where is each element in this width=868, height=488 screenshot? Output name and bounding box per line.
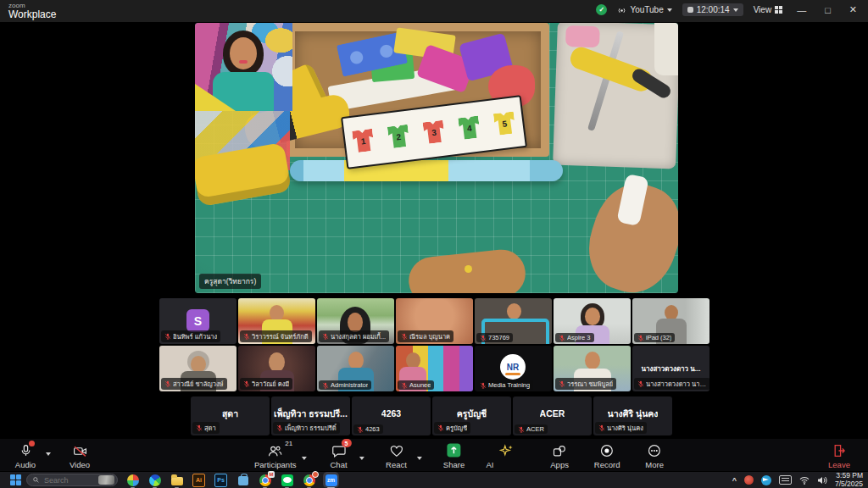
- presenter-lips: [239, 60, 248, 64]
- media-training-logo: NR: [500, 354, 526, 380]
- photos-app-icon[interactable]: [126, 474, 139, 486]
- participant-name-tag: Asunee: [398, 380, 434, 390]
- chrome-gmail-icon[interactable]: M: [259, 474, 271, 486]
- main-speaker-video[interactable]: 1 2 3 4 5 ครูสุดา(วิทยากร): [195, 23, 678, 293]
- more-icon: [648, 444, 661, 458]
- mic-muted-icon: [276, 424, 283, 431]
- participant-tile[interactable]: นางศิริ นุ่นคง นางศิริ นุ่นคง: [593, 396, 672, 435]
- taskbar-clock[interactable]: 3:59 PM 7/5/2025: [835, 472, 863, 488]
- participants-label: Participants: [254, 460, 297, 469]
- participant-tile[interactable]: นางสกุลตา ผอมเกื้...: [317, 298, 394, 344]
- participant-tile[interactable]: Administrator: [317, 346, 394, 391]
- participant-tile[interactable]: สาวณีย์ ชาลัญวงษ์: [159, 346, 236, 391]
- white-cloth: [654, 23, 678, 75]
- audio-alert-badge: [29, 441, 35, 446]
- participant-tile[interactable]: iPad (32): [632, 298, 709, 344]
- participant-tile[interactable]: 735769: [475, 298, 552, 344]
- participant-display-name: 4263: [381, 408, 401, 424]
- tray-app-icon[interactable]: [744, 475, 754, 485]
- participant-tile[interactable]: NR Media Training: [475, 346, 552, 391]
- participant-name-tag: วิลาวัณย์ คงมี: [240, 378, 292, 390]
- wifi-icon[interactable]: [799, 476, 810, 485]
- illustrator-app-icon[interactable]: Ai: [192, 474, 205, 486]
- start-button-icon[interactable]: [10, 474, 21, 485]
- broadcast-icon: [617, 5, 626, 14]
- photoshop-app-icon[interactable]: Ps: [214, 474, 227, 486]
- leave-icon: [832, 444, 846, 458]
- zoom-title-bar: zoom Workplace ✓ YouTube 12:00:14 View —…: [0, 0, 868, 22]
- react-label: React: [386, 460, 407, 469]
- share-screen-icon: [447, 443, 461, 458]
- presenter-pip-video[interactable]: [195, 23, 292, 111]
- react-options-caret[interactable]: [417, 457, 422, 460]
- security-shield-icon[interactable]: ✓: [596, 4, 607, 15]
- mic-muted-icon: [637, 335, 644, 341]
- mic-muted-icon: [357, 426, 364, 433]
- participant-tile[interactable]: วรรณา ชมพิบูลย์: [554, 346, 631, 391]
- video-button[interactable]: Video: [64, 443, 95, 469]
- recording-timer[interactable]: 12:00:14: [682, 3, 743, 16]
- participant-name-tag: ACER: [515, 424, 548, 434]
- participant-tile[interactable]: 4263 4263: [352, 396, 431, 435]
- taskbar-search[interactable]: [26, 474, 118, 486]
- mic-muted-icon: [196, 424, 203, 431]
- participants-options-caret[interactable]: [302, 457, 307, 460]
- clock-date: 7/5/2025: [835, 480, 863, 488]
- gallery-row-2: สาวณีย์ ชาลัญวงษ์ วิลาวัณย์ คงมี Adminis…: [159, 346, 709, 391]
- participant-name-tag: นางสาวดวงดาว นาคิ...: [634, 378, 709, 390]
- participant-name-tag: วรรณา ชมพิบูลย์: [555, 378, 616, 390]
- participant-tile[interactable]: เพ็ญทิวา ธรรมปรี... เพ็ญทิวา ธรรมปรีดิ์: [271, 396, 350, 435]
- shirt-4: 4: [458, 116, 481, 141]
- microsoft-store-icon[interactable]: [236, 474, 249, 486]
- participant-name-tag: นางสกุลตา ผอมเกื้...: [319, 330, 389, 342]
- participant-tile[interactable]: Asunee: [396, 346, 473, 391]
- participant-name-tag: สาวณีย์ ชาลัญวงษ์: [161, 378, 227, 390]
- gallery-row-3: สุดา สุดา เพ็ญทิวา ธรรมปรี... เพ็ญทิวา ธ…: [191, 396, 672, 435]
- apps-icon: [553, 445, 566, 458]
- chevron-down-icon: [733, 8, 738, 12]
- audio-button[interactable]: Audio: [10, 443, 41, 469]
- keyboard-layout-icon[interactable]: [779, 475, 792, 485]
- participant-name-tag: Media Training: [476, 380, 533, 390]
- apps-label: Apps: [550, 460, 569, 469]
- view-button[interactable]: View: [754, 5, 783, 14]
- window-maximize-button[interactable]: □: [821, 5, 835, 15]
- tray-chevron-icon[interactable]: ^: [732, 476, 737, 485]
- participant-tile[interactable]: วิราวรรณ์ จันทร์ภักดี: [238, 298, 315, 344]
- windows-taskbar: Ai Ps M zm ^ 3:59 PM 7/5/2025: [0, 471, 868, 488]
- leave-button[interactable]: Leave: [824, 443, 854, 469]
- mic-muted-icon: [243, 380, 250, 387]
- shirt-5: 5: [493, 111, 516, 136]
- participant-tile[interactable]: ACER ACER: [513, 396, 592, 435]
- edge-app-icon[interactable]: [148, 474, 161, 486]
- participant-tile[interactable]: Aspire 3: [554, 298, 631, 344]
- mic-muted-icon: [243, 333, 250, 340]
- file-explorer-icon[interactable]: [170, 474, 183, 486]
- participant-name-tag: ณีรมล บุญนาค: [398, 330, 453, 342]
- participant-tile[interactable]: วิลาวัณย์ คงมี: [238, 346, 315, 391]
- window-minimize-button[interactable]: —: [793, 5, 810, 15]
- participant-tile[interactable]: นางสาวดวงดาว น... นางสาวดวงดาว นาคิ...: [632, 346, 709, 391]
- search-input[interactable]: [42, 475, 95, 485]
- live-stream-button[interactable]: YouTube: [617, 5, 671, 14]
- line-app-icon[interactable]: [281, 474, 293, 486]
- audio-label: Audio: [15, 460, 36, 469]
- participant-name-tag: สุดา: [192, 422, 220, 434]
- share-label: Share: [443, 460, 465, 469]
- participant-name-tag: นางศิริ นุ่นคง: [595, 422, 647, 434]
- telegram-tray-icon[interactable]: [761, 475, 771, 485]
- zoom-app-icon[interactable]: zm: [325, 474, 337, 486]
- chrome-app-icon[interactable]: [303, 474, 315, 486]
- participant-tile[interactable]: S อินทิพร์ แก้วนาง: [159, 298, 236, 344]
- speaker-icon[interactable]: [817, 476, 827, 485]
- gallery-view-icon: [775, 6, 782, 14]
- participant-name-tag: วิราวรรณ์ จันทร์ภักดี: [240, 330, 312, 342]
- participant-tile[interactable]: ครูบัญชี ครูบัญชี: [432, 396, 511, 435]
- gallery-row-1: S อินทิพร์ แก้วนาง วิราวรรณ์ จันทร์ภักดี…: [159, 298, 709, 344]
- craft-tube: [290, 160, 563, 181]
- participant-tile[interactable]: สุดา สุดา: [191, 396, 270, 435]
- audio-options-caret[interactable]: [46, 452, 51, 456]
- participant-tile[interactable]: ณีรมล บุญนาค: [396, 298, 473, 344]
- chat-options-caret[interactable]: [359, 457, 364, 460]
- window-close-button[interactable]: ✕: [845, 4, 861, 15]
